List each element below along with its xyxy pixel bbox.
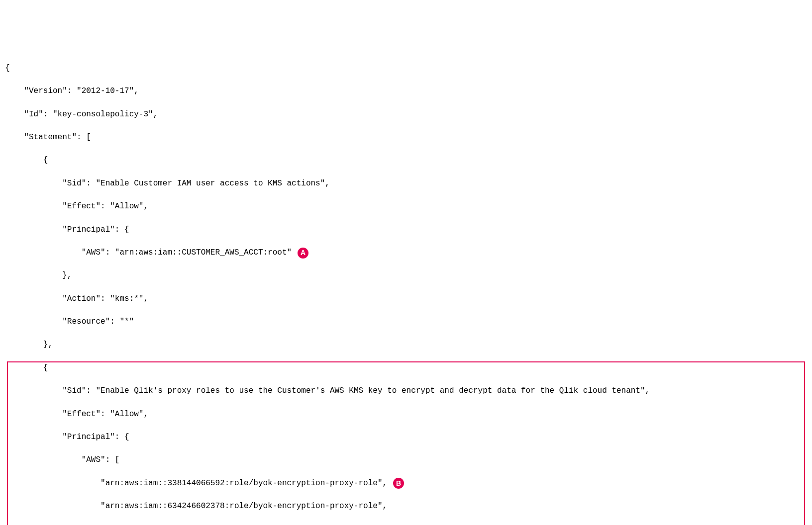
code-line: "Sid": "Enable Qlik's proxy roles to use… (5, 385, 807, 397)
code-line: "Resource": "*" (5, 316, 807, 328)
code-line: "Principal": { (5, 432, 807, 443)
code-line: "arn:aws:iam::634246602378:role/byok-enc… (5, 501, 807, 512)
code-block: { "Version": "2012-10-17", "Id": "key-co… (5, 51, 807, 525)
code-line: "Effect": "Allow", (5, 409, 807, 420)
code-line: }, (5, 339, 807, 350)
code-line: "Effect": "Allow", (5, 201, 807, 212)
code-line: { (5, 155, 807, 166)
code-line: "arn:aws:iam::338144066592:role/byok-enc… (5, 478, 807, 489)
code-line: "Id": "key-consolepolicy-3", (5, 109, 807, 120)
code-line: }, (5, 270, 807, 281)
code-line: "Sid": "Enable Customer IAM user access … (5, 178, 807, 189)
annotation-marker-a: A (298, 248, 308, 259)
code-line: "AWS": [ (5, 454, 807, 466)
code-line: { (5, 362, 807, 374)
code-line: "Statement": [ (5, 132, 807, 143)
code-line: { (5, 63, 807, 74)
code-line: "Principal": { (5, 224, 807, 236)
code-line: "Version": "2012-10-17", (5, 86, 807, 97)
code-line: "AWS": "arn:aws:iam::CUSTOMER_AWS_ACCT:r… (5, 247, 807, 259)
code-line: "Action": "kms:*", (5, 293, 807, 305)
